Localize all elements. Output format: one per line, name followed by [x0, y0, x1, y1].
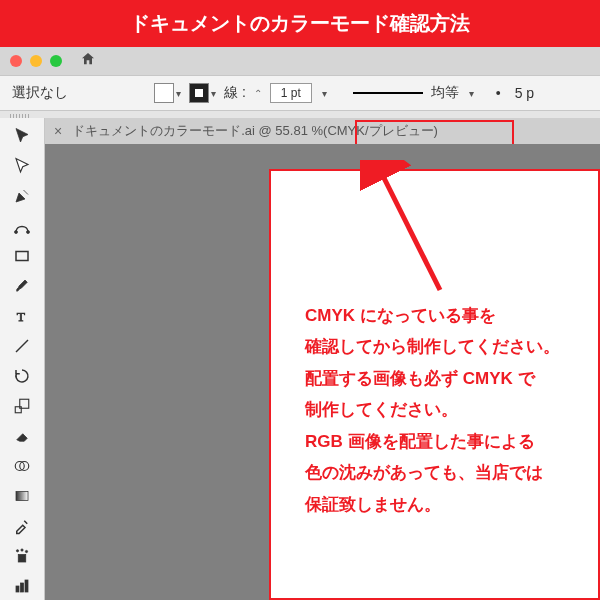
close-window-icon[interactable] — [10, 55, 22, 67]
rectangle-tool[interactable] — [7, 242, 37, 269]
svg-text:T: T — [17, 309, 26, 324]
bullet: • — [496, 85, 501, 101]
instruction-text: CMYK になっている事を 確認してから制作してください。 配置する画像も必ず … — [305, 300, 590, 520]
callout-arrow — [360, 160, 460, 300]
stroke-label: 線 : — [224, 84, 246, 102]
stroke-swatch[interactable]: ▾ — [189, 83, 216, 103]
eraser-tool[interactable] — [7, 423, 37, 450]
home-icon[interactable] — [80, 51, 96, 71]
note-line: RGB 画像を配置した事による — [305, 426, 590, 457]
svg-line-4 — [16, 340, 28, 352]
scale-tool[interactable] — [7, 393, 37, 420]
shape-builder-tool[interactable] — [7, 453, 37, 480]
stroke-weight-input[interactable]: 1 pt — [270, 83, 312, 103]
svg-rect-14 — [16, 586, 19, 592]
svg-line-17 — [380, 170, 440, 290]
line-tool[interactable] — [7, 332, 37, 359]
zoom-window-icon[interactable] — [50, 55, 62, 67]
stroke-profile-sample[interactable] — [353, 92, 423, 94]
svg-rect-2 — [16, 251, 28, 260]
svg-point-13 — [25, 551, 27, 553]
extra-value: 5 p — [515, 85, 534, 101]
svg-rect-16 — [25, 580, 28, 592]
paintbrush-tool[interactable] — [7, 272, 37, 299]
control-bar: 選択なし ▾ ▾ 線 : ⌃ 1 pt ▾ 均等 ▾ • 5 p — [0, 75, 600, 111]
selection-status: 選択なし — [12, 84, 68, 102]
column-graph-tool[interactable] — [7, 573, 37, 600]
eyedropper-tool[interactable] — [7, 513, 37, 540]
stroke-profile-label: 均等 — [431, 84, 459, 102]
tools-panel: T — [0, 118, 45, 600]
note-line: 制作してください。 — [305, 394, 590, 425]
note-line: 確認してから制作してください。 — [305, 331, 590, 362]
svg-rect-15 — [21, 583, 24, 592]
note-line: 保証致しません。 — [305, 489, 590, 520]
symbol-sprayer-tool[interactable] — [7, 543, 37, 570]
pen-tool[interactable] — [7, 182, 37, 209]
svg-rect-10 — [18, 555, 26, 563]
note-line: CMYK になっている事を — [305, 300, 590, 331]
minimize-window-icon[interactable] — [30, 55, 42, 67]
note-line: 配置する画像も必ず CMYK で — [305, 363, 590, 394]
mac-window-bar — [0, 47, 600, 75]
fill-swatch[interactable]: ▾ — [154, 83, 181, 103]
svg-point-1 — [27, 230, 30, 233]
svg-point-11 — [16, 550, 18, 552]
page-title: ドキュメントのカラーモード確認方法 — [0, 0, 600, 47]
stroke-decrement-icon[interactable]: ⌃ — [254, 88, 262, 99]
note-line: 色の沈みがあっても、当店では — [305, 457, 590, 488]
stroke-weight-dropdown[interactable]: ▾ — [322, 88, 327, 99]
curvature-tool[interactable] — [7, 212, 37, 239]
svg-rect-5 — [15, 407, 21, 413]
selection-tool[interactable] — [7, 122, 37, 149]
stroke-profile-dropdown[interactable]: ▾ — [469, 88, 474, 99]
svg-point-12 — [21, 549, 23, 551]
svg-rect-9 — [16, 492, 28, 501]
rotate-tool[interactable] — [7, 363, 37, 390]
gradient-tool[interactable] — [7, 483, 37, 510]
svg-point-0 — [15, 230, 18, 233]
direct-selection-tool[interactable] — [7, 152, 37, 179]
type-tool[interactable]: T — [7, 302, 37, 329]
